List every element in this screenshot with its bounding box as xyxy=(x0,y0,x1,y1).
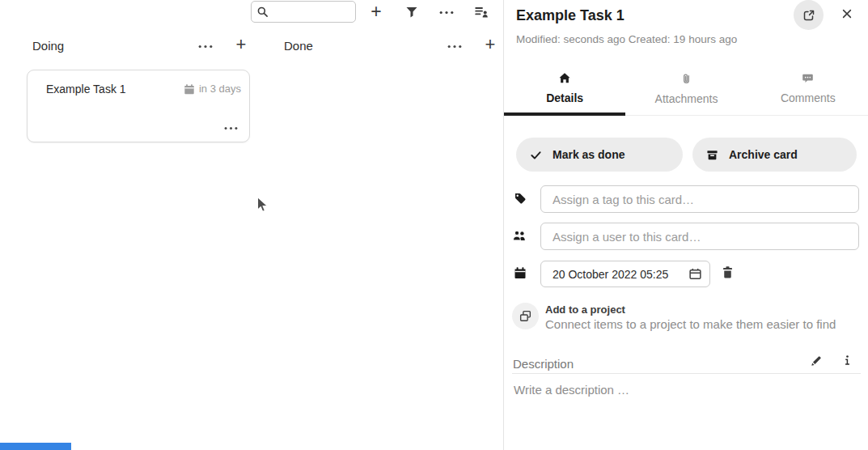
home-icon xyxy=(558,72,571,84)
filter-button[interactable] xyxy=(401,2,422,23)
card-title: Example Task 1 xyxy=(46,83,126,96)
due-date-value: 20 October 2022 05:25 xyxy=(553,268,668,281)
board-area: + Doing + Done xyxy=(0,0,503,450)
tab-comments-label: Comments xyxy=(781,91,836,104)
ellipsis-icon xyxy=(447,45,462,49)
check-icon xyxy=(530,149,542,161)
ellipsis-icon xyxy=(198,45,213,49)
external-link-icon xyxy=(802,9,815,22)
plus-icon: + xyxy=(370,1,381,23)
kanban-app: + Doing + Done xyxy=(0,0,868,450)
close-panel-button[interactable] xyxy=(837,4,857,23)
description-info-button[interactable] xyxy=(841,354,853,367)
mark-as-done-button[interactable]: Mark as done xyxy=(516,138,683,172)
paperclip-icon xyxy=(680,72,692,85)
comment-icon xyxy=(802,72,814,84)
calendar-icon xyxy=(514,266,527,279)
description-placeholder[interactable]: Write a description … xyxy=(514,383,629,397)
archive-icon xyxy=(706,149,718,161)
add-to-project-title[interactable]: Add to a project xyxy=(545,304,625,316)
assign-user-input[interactable] xyxy=(540,223,859,250)
assignee-view-button[interactable] xyxy=(471,2,492,23)
card-menu-button[interactable] xyxy=(222,123,239,133)
description-divider xyxy=(512,373,861,374)
card-due-label: in 3 days xyxy=(199,83,241,95)
users-icon xyxy=(512,229,527,242)
add-card-button[interactable]: + xyxy=(366,1,387,22)
panel-meta: Modified: seconds ago Created: 19 hours … xyxy=(516,33,737,45)
date-picker-button[interactable] xyxy=(688,267,702,281)
pencil-icon xyxy=(810,354,823,367)
plus-icon: + xyxy=(236,34,247,55)
task-card[interactable]: Example Task 1 in 3 days xyxy=(27,70,250,142)
tab-details-label: Details xyxy=(546,91,583,104)
plus-icon: + xyxy=(485,34,496,55)
calendar-outline-icon xyxy=(688,267,702,281)
assign-tag-input[interactable] xyxy=(540,185,859,213)
search-input[interactable] xyxy=(272,6,350,18)
filter-icon xyxy=(405,6,418,19)
column-done-menu-button[interactable] xyxy=(446,40,464,52)
tab-details[interactable]: Details xyxy=(504,66,625,115)
column-doing-menu-button[interactable] xyxy=(197,40,214,52)
archive-card-label: Archive card xyxy=(729,148,798,161)
open-in-window-button[interactable] xyxy=(794,0,824,30)
archive-card-button[interactable]: Archive card xyxy=(692,138,857,172)
projects-icon xyxy=(519,309,532,323)
column-title-done: Done xyxy=(284,39,313,53)
panel-tabs: Details Attachments Comments xyxy=(504,66,868,116)
mark-as-done-label: Mark as done xyxy=(553,148,625,161)
list-person-icon xyxy=(475,6,489,19)
trash-icon xyxy=(721,265,735,279)
tab-comments[interactable]: Comments xyxy=(747,66,868,115)
bottom-accent-bar xyxy=(0,443,71,450)
mouse-cursor xyxy=(256,196,269,218)
add-to-project-button[interactable] xyxy=(512,303,539,329)
info-icon xyxy=(841,354,853,367)
edit-description-button[interactable] xyxy=(810,354,823,367)
tag-icon xyxy=(514,192,527,205)
due-date-field[interactable]: 20 October 2022 05:25 xyxy=(540,261,710,287)
ellipsis-icon xyxy=(224,126,238,130)
add-to-project-subtitle: Connect items to a project to make them … xyxy=(545,317,836,331)
tab-attachments[interactable]: Attachments xyxy=(625,66,747,115)
remove-due-date-button[interactable] xyxy=(721,265,735,279)
column-done-add-button[interactable]: + xyxy=(481,34,499,55)
board-menu-button[interactable] xyxy=(436,2,457,23)
tab-attachments-label: Attachments xyxy=(655,92,718,105)
close-icon xyxy=(841,8,853,19)
card-due-date: in 3 days xyxy=(184,83,241,95)
calendar-icon xyxy=(184,83,195,95)
search-icon xyxy=(256,6,269,18)
column-doing-add-button[interactable]: + xyxy=(232,34,250,55)
ellipsis-icon xyxy=(439,11,454,15)
column-title-doing: Doing xyxy=(32,39,64,53)
panel-title: Example Task 1 xyxy=(516,7,625,24)
search-field[interactable] xyxy=(251,1,356,23)
description-label: Description xyxy=(513,357,574,371)
card-detail-panel: Example Task 1 Modified: seconds ago Cre… xyxy=(503,0,868,450)
